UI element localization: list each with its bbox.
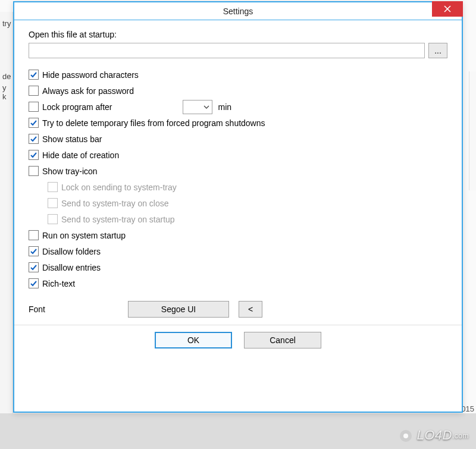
checkbox-hide_pw[interactable] — [29, 70, 39, 80]
option-label: Show tray-icon — [42, 167, 98, 176]
dialog-title: Settings — [14, 7, 462, 16]
font-select-button[interactable]: Segoe UI — [128, 301, 229, 318]
option-label: Lock program after — [42, 102, 112, 112]
option-row-richtext: Rich-text — [29, 275, 447, 291]
option-label: Disallow folders — [42, 247, 101, 256]
checkbox-tray_startup — [48, 214, 58, 224]
checkbox-status_bar[interactable] — [29, 134, 39, 144]
open-file-input[interactable] — [29, 43, 425, 58]
option-row-ask_pw: Always ask for password — [29, 83, 447, 99]
watermark-bullet-icon — [400, 430, 412, 442]
watermark-suffix: .com — [452, 432, 469, 440]
bg-text: de — [0, 71, 12, 82]
option-row-run_startup: Run on system startup — [29, 227, 447, 243]
option-row-hide_pw: Hide password characters — [29, 67, 447, 83]
checkbox-hide_date[interactable] — [29, 150, 39, 160]
ok-button[interactable]: OK — [155, 332, 232, 348]
option-label: Send to system-tray on startup — [61, 215, 175, 224]
option-label: Rich-text — [42, 279, 75, 288]
option-label: Lock on sending to system-tray — [61, 183, 177, 192]
option-row-status_bar: Show status bar — [29, 131, 447, 147]
option-row-del_tmp: Try to delete temporary files from force… — [29, 115, 447, 131]
close-button[interactable] — [432, 1, 463, 17]
checkbox-richtext[interactable] — [29, 278, 39, 288]
option-row-lock_after: Lock program aftermin — [29, 99, 447, 115]
close-icon — [444, 5, 451, 12]
background-right-panel — [469, 71, 476, 190]
dialog-titlebar[interactable]: Settings — [14, 2, 462, 20]
font-row: Font Segoe UI < — [29, 301, 447, 318]
bg-text: try — [0, 18, 12, 29]
watermark: LO4D.com — [400, 428, 469, 443]
option-row-tray_icon: Show tray-icon — [29, 163, 447, 179]
open-file-label: Open this file at startup: — [29, 30, 447, 39]
checkbox-ask_pw[interactable] — [29, 86, 39, 96]
option-row-lock_tray: Lock on sending to system-tray — [29, 179, 447, 195]
font-reset-button[interactable]: < — [239, 301, 262, 318]
cancel-button[interactable]: Cancel — [244, 332, 321, 348]
option-row-tray_startup: Send to system-tray on startup — [29, 211, 447, 227]
checkbox-dis_folders[interactable] — [29, 246, 39, 256]
checkbox-lock_after[interactable] — [29, 102, 39, 112]
checkbox-lock_tray — [48, 182, 58, 192]
option-label: Try to delete temporary files from force… — [42, 118, 265, 128]
checkbox-run_startup[interactable] — [29, 230, 39, 240]
bg-text: y k — [0, 82, 12, 102]
option-label: Send to system-tray on close — [61, 199, 169, 208]
checkbox-tray_close — [48, 198, 58, 208]
dialog-footer: OK Cancel — [14, 325, 462, 354]
lock-timeout-suffix: min — [218, 102, 232, 112]
chevron-down-icon — [203, 104, 209, 110]
option-row-tray_close: Send to system-tray on close — [29, 195, 447, 211]
lock-timeout-combo[interactable] — [183, 100, 212, 114]
checkbox-del_tmp[interactable] — [29, 118, 39, 128]
checkbox-tray_icon[interactable] — [29, 166, 39, 176]
background-year-fragment: 015 — [461, 404, 474, 413]
option-row-dis_entries: Disallow entries — [29, 259, 447, 275]
option-label: Hide password characters — [42, 70, 139, 80]
watermark-brand: LO4D — [417, 428, 452, 442]
open-file-row: ... — [29, 43, 447, 58]
dialog-body: Open this file at startup: ... Hide pass… — [14, 20, 462, 325]
background-sidebar: try de y k — [0, 12, 13, 413]
option-label: Show status bar — [42, 134, 102, 144]
option-row-hide_date: Hide date of creation — [29, 147, 447, 163]
option-label: Always ask for password — [42, 86, 134, 96]
option-label: Run on system startup — [42, 231, 126, 240]
browse-button[interactable]: ... — [428, 43, 447, 58]
option-row-dis_folders: Disallow folders — [29, 243, 447, 259]
option-label: Disallow entries — [42, 263, 101, 272]
font-label: Font — [29, 304, 121, 314]
option-label: Hide date of creation — [42, 150, 119, 160]
settings-dialog: Settings Open this file at startup: ... … — [13, 1, 463, 413]
checkbox-dis_entries[interactable] — [29, 262, 39, 272]
